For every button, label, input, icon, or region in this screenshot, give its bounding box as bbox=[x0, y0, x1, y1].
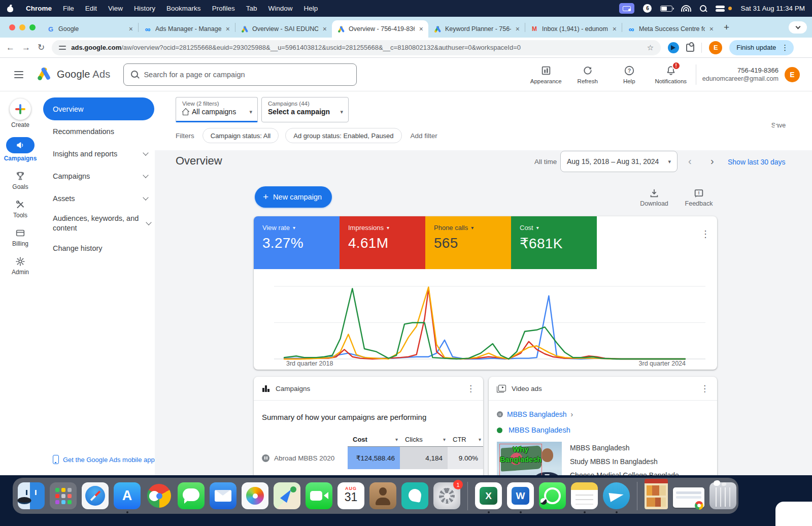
reload-button[interactable]: ↻ bbox=[38, 42, 45, 53]
sidebar-item-overview[interactable]: Overview bbox=[43, 97, 154, 120]
page-url[interactable]: ads.google.com/aw/overview?ocid=28125566… bbox=[71, 44, 521, 51]
close-tab-icon[interactable]: × bbox=[708, 25, 715, 33]
show-last-30-days-link[interactable]: Show last 30 days bbox=[728, 158, 786, 166]
close-window-button[interactable] bbox=[9, 24, 15, 30]
rail-tools-button[interactable]: Tools bbox=[13, 199, 27, 219]
rail-goals-button[interactable]: Goals bbox=[12, 171, 28, 190]
tab-ads-manager[interactable]: ∞ Ads Manager - Manage a × bbox=[139, 20, 235, 38]
dock-teal-app-icon[interactable] bbox=[401, 482, 428, 509]
column-header-ctr[interactable]: CTR▾ bbox=[448, 436, 483, 447]
menu-bookmarks[interactable]: Bookmarks bbox=[166, 5, 201, 12]
menu-file[interactable]: File bbox=[63, 5, 74, 12]
app-badge-icon[interactable]: 6 bbox=[643, 4, 652, 13]
sidebar-item-audiences[interactable]: Audiences, keywords, and content bbox=[41, 210, 155, 237]
control-center-icon[interactable] bbox=[716, 5, 725, 12]
menu-view[interactable]: View bbox=[108, 5, 123, 12]
new-tab-button[interactable]: + bbox=[719, 22, 734, 33]
video-ad-preview[interactable]: WhyBangladesh MBBS Bangladesh Study MBBS… bbox=[497, 442, 709, 475]
sidebar-item-recommendations[interactable]: Recommendations bbox=[41, 120, 155, 143]
dock-telegram-icon[interactable] bbox=[603, 482, 630, 509]
breadcrumb-link[interactable]: MBBS Bangladesh bbox=[507, 410, 567, 418]
tab-overview-active[interactable]: Overview - 756-419-836 × bbox=[332, 20, 428, 38]
account-info[interactable]: 756-419-8366 edunomcareer@gmail.com bbox=[702, 67, 779, 83]
tab-google[interactable]: G Google × bbox=[42, 20, 138, 38]
browser-menu-icon[interactable]: ⋮ bbox=[779, 43, 791, 52]
card-menu-icon[interactable]: ⋮ bbox=[700, 383, 709, 394]
tab-gmail-inbox[interactable]: M Inbox (1,941) - edunomca × bbox=[525, 20, 622, 38]
card-menu-icon[interactable]: ⋮ bbox=[466, 383, 475, 394]
tab-search-button[interactable] bbox=[789, 21, 807, 34]
extensions-puzzle-icon[interactable] bbox=[686, 44, 694, 52]
extension-icon[interactable] bbox=[668, 42, 679, 53]
close-tab-icon[interactable]: × bbox=[418, 25, 424, 33]
forward-button[interactable]: → bbox=[22, 43, 30, 53]
table-row[interactable]: Abroad MBBS 2020 ₹124,588.46 4,184 9.00% bbox=[262, 447, 483, 469]
dock-screenshot-thumbnail[interactable] bbox=[673, 487, 704, 508]
dock-messages-icon[interactable] bbox=[178, 482, 205, 509]
rail-create-button[interactable]: Create bbox=[10, 98, 31, 128]
global-search[interactable] bbox=[123, 63, 357, 86]
main-menu-icon[interactable] bbox=[14, 71, 23, 78]
close-tab-icon[interactable]: × bbox=[128, 25, 134, 33]
download-button[interactable]: Download bbox=[636, 188, 672, 207]
dock-safari-icon[interactable] bbox=[82, 482, 109, 509]
site-settings-icon[interactable] bbox=[59, 45, 66, 50]
date-range-dropdown[interactable]: Aug 15, 2018 – Aug 31, 2024 ▾ bbox=[560, 151, 678, 172]
menubar-clock[interactable]: Sat 31 Aug 11:34 PM bbox=[740, 5, 805, 12]
dock-mail-icon[interactable] bbox=[210, 482, 236, 509]
column-header-cost[interactable]: Cost▾ bbox=[348, 436, 400, 447]
apple-logo-icon[interactable] bbox=[7, 5, 14, 12]
dock-facetime-icon[interactable] bbox=[306, 482, 332, 509]
help-button[interactable]: ? Help bbox=[611, 65, 648, 84]
close-tab-icon[interactable]: × bbox=[515, 25, 521, 33]
tab-overview-sai[interactable]: Overview - SAI EDUNOM × bbox=[235, 20, 332, 38]
address-bar[interactable]: ads.google.com/aw/overview?ocid=28125566… bbox=[52, 40, 661, 55]
video-breadcrumb[interactable]: MBBS Bangladesh › bbox=[497, 410, 709, 418]
dock-excel-icon[interactable]: X bbox=[475, 482, 502, 509]
dock-notes-icon[interactable] bbox=[571, 482, 598, 509]
menu-history[interactable]: History bbox=[134, 5, 155, 12]
next-period-button[interactable]: › bbox=[710, 155, 714, 167]
close-tab-icon[interactable]: × bbox=[612, 25, 618, 33]
wifi-icon[interactable] bbox=[681, 5, 691, 12]
sidebar-item-campaigns[interactable]: Campaigns bbox=[41, 165, 155, 187]
video-thumbnail[interactable]: WhyBangladesh bbox=[497, 442, 562, 475]
sidebar-item-insights[interactable]: Insights and reports bbox=[41, 143, 155, 165]
video-campaign-link[interactable]: MBBS Bangladesh bbox=[497, 426, 709, 434]
dock-maps-icon[interactable] bbox=[274, 482, 300, 509]
menu-profiles[interactable]: Profiles bbox=[212, 5, 235, 12]
rail-billing-button[interactable]: Billing bbox=[12, 227, 28, 247]
filter-chip-adgroup-status[interactable]: Ad group status: Enabled, Paused bbox=[285, 128, 401, 143]
browser-profile-avatar[interactable]: E bbox=[709, 41, 722, 54]
filter-chip-campaign-status[interactable]: Campaign status: All bbox=[202, 128, 279, 143]
menu-help[interactable]: Help bbox=[303, 5, 318, 12]
metric-impressions[interactable]: Impressions▾ 4.61M bbox=[340, 216, 425, 269]
tab-meta-success[interactable]: ∞ Meta Success Centre for × bbox=[622, 20, 719, 38]
sidebar-item-change-history[interactable]: Change history bbox=[41, 237, 155, 259]
feedback-button[interactable]: ! Feedback bbox=[681, 188, 717, 207]
bookmark-star-icon[interactable]: ☆ bbox=[647, 43, 654, 52]
dock-downloads-stack-icon[interactable] bbox=[645, 479, 668, 509]
account-avatar[interactable]: E bbox=[785, 67, 800, 82]
notifications-button[interactable]: ! Notifications bbox=[652, 65, 690, 84]
close-tab-icon[interactable]: × bbox=[322, 25, 328, 33]
google-ads-logo[interactable] bbox=[37, 66, 52, 83]
menu-tab[interactable]: Tab bbox=[246, 5, 257, 12]
screen-mirroring-icon[interactable] bbox=[619, 3, 634, 14]
finish-update-button[interactable]: Finish update ⋮ bbox=[729, 40, 794, 55]
rail-admin-button[interactable]: Admin bbox=[12, 256, 29, 276]
dock-chrome-icon[interactable] bbox=[146, 482, 173, 509]
minimize-window-button[interactable] bbox=[19, 24, 25, 30]
close-tab-icon[interactable]: × bbox=[225, 25, 231, 33]
rail-campaigns-button[interactable]: Campaigns bbox=[4, 137, 37, 162]
menubar-app-name[interactable]: Chrome bbox=[26, 5, 52, 12]
save-button[interactable]: Save bbox=[766, 122, 791, 129]
dock-settings-icon[interactable]: 1 bbox=[433, 482, 460, 509]
sidebar-item-assets[interactable]: Assets bbox=[41, 187, 155, 210]
tab-keyword-planner[interactable]: Keyword Planner - 756-4 × bbox=[428, 20, 525, 38]
refresh-button[interactable]: Refresh bbox=[569, 65, 606, 84]
dock-trash-icon[interactable] bbox=[709, 482, 736, 509]
battery-icon[interactable] bbox=[660, 6, 672, 12]
dock-word-icon[interactable]: W bbox=[507, 482, 534, 509]
dock-finder-icon[interactable] bbox=[18, 482, 45, 509]
